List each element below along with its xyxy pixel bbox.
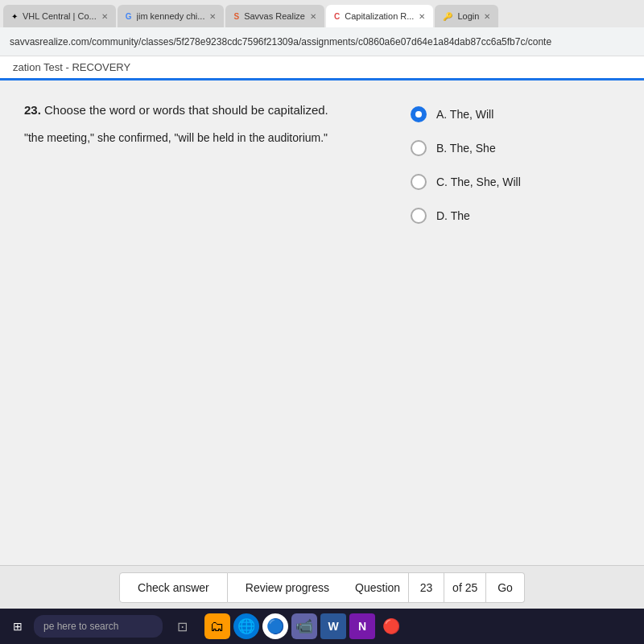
tab-favicon-cap: C [334, 12, 340, 21]
tab-label-login: Login [457, 11, 479, 21]
tab-close-login[interactable]: ✕ [484, 12, 490, 21]
browser-tabs: ✦ VHL Central | Co... ✕ G jim kennedy ch… [0, 0, 644, 27]
taskbar-app-files[interactable]: 🗂 [204, 613, 230, 639]
tab-close-savvas[interactable]: ✕ [310, 12, 316, 21]
taskbar: ⊞ pe here to search ⊡ 🗂 🌐 🔵 📹 W N 🔴 [0, 609, 644, 644]
question-nav: Question 23 of 25 Go [347, 572, 525, 603]
tab-capitalization[interactable]: C Capitalization R... ✕ [326, 5, 433, 27]
tab-label-savvas: Savvas Realize [244, 11, 305, 21]
taskbar-search-text: pe here to search [43, 621, 118, 632]
radio-b[interactable] [411, 140, 427, 156]
tab-label-vhl: VHL Central | Co... [23, 11, 97, 21]
url-text: savvasrealize.com/community/classes/5f27… [10, 36, 551, 47]
bottom-bar: Check answer Review progress Question 23… [0, 565, 644, 609]
taskbar-app-icons: 🗂 🌐 🔵 📹 W N 🔴 [204, 613, 404, 639]
main-content: 23. Choose the word or words that should… [0, 80, 644, 565]
tab-favicon-login: 🔑 [443, 12, 452, 21]
go-button[interactable]: Go [486, 572, 525, 603]
page-header: zation Test - RECOVERY [0, 56, 644, 80]
answer-option-d[interactable]: D. The [411, 208, 620, 224]
address-bar: savvasrealize.com/community/classes/5f27… [0, 27, 644, 56]
tab-label-google: jim kennedy chi... [137, 11, 205, 21]
tab-google[interactable]: G jim kennedy chi... ✕ [118, 5, 225, 27]
question-nav-label: Question [347, 572, 409, 603]
tab-favicon-savvas: S [233, 12, 239, 21]
question-number-input[interactable]: 23 [409, 572, 444, 603]
answer-label-c: C. The, She, Will [436, 175, 521, 188]
taskbar-app-word[interactable]: W [320, 613, 346, 639]
taskbar-app-onenote[interactable]: N [349, 613, 375, 639]
taskbar-app-chrome2[interactable]: 🔴 [378, 613, 404, 639]
answer-options: A. The, Will B. The, She C. The, She, Wi… [411, 106, 620, 565]
taskbar-icons: ⊡ [171, 615, 193, 638]
taskbar-app-teams[interactable]: 📹 [291, 613, 317, 639]
question-of-label: of 25 [444, 572, 486, 603]
question-area: 23. Choose the word or words that should… [24, 103, 620, 565]
windows-icon[interactable]: ⊞ [6, 615, 29, 638]
check-answer-button[interactable]: Check answer [119, 572, 228, 603]
taskbar-search[interactable]: pe here to search [34, 615, 163, 638]
answer-option-b[interactable]: B. The, She [411, 140, 620, 156]
radio-d[interactable] [411, 208, 427, 224]
answer-option-c[interactable]: C. The, She, Will [411, 174, 620, 190]
question-instruction: 23. Choose the word or words that should… [24, 103, 378, 117]
page-header-label: zation Test - RECOVERY [13, 61, 130, 73]
tab-favicon-google: G [126, 12, 132, 21]
answer-option-a[interactable]: A. The, Will [411, 106, 620, 122]
answer-label-b: B. The, She [436, 142, 496, 155]
radio-c[interactable] [411, 174, 427, 190]
tab-savvas[interactable]: S Savvas Realize ✕ [225, 5, 324, 27]
tab-close-vhl[interactable]: ✕ [101, 12, 108, 21]
radio-inner-a [415, 111, 422, 118]
taskbar-app-edge[interactable]: 🌐 [233, 613, 259, 639]
question-text: Choose the word or words that should be … [44, 103, 328, 117]
tab-close-google[interactable]: ✕ [209, 12, 216, 21]
tab-label-cap: Capitalization R... [345, 11, 414, 21]
radio-a[interactable] [411, 106, 427, 122]
question-sentence: "the meeting," she confirmed, "will be h… [24, 130, 378, 147]
tab-vhl[interactable]: ✦ VHL Central | Co... ✕ [3, 5, 116, 27]
answer-label-a: A. The, Will [436, 108, 493, 121]
review-progress-button[interactable]: Review progress [228, 572, 347, 603]
answer-label-d: D. The [436, 209, 470, 222]
taskbar-widgets-icon[interactable]: ⊡ [171, 615, 193, 638]
tab-favicon-vhl: ✦ [11, 12, 18, 21]
tab-login[interactable]: 🔑 Login ✕ [435, 5, 498, 27]
question-number: 23. [24, 103, 41, 117]
question-left: 23. Choose the word or words that should… [24, 103, 378, 565]
tab-close-cap[interactable]: ✕ [419, 12, 425, 21]
taskbar-app-chrome[interactable]: 🔵 [262, 613, 288, 639]
